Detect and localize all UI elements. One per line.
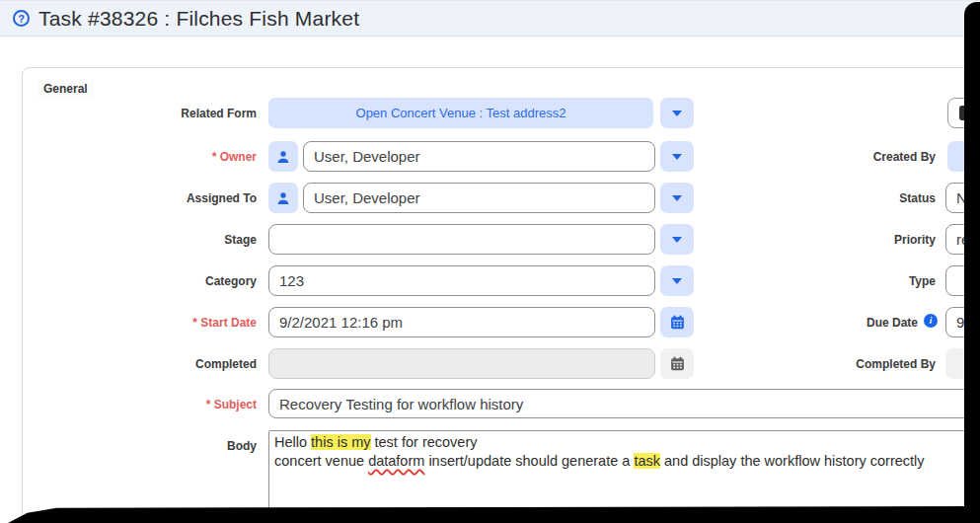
- chevron-down-icon: [672, 195, 682, 201]
- subject-input[interactable]: [268, 389, 972, 418]
- calendar-icon: [669, 355, 686, 372]
- owner-input[interactable]: [303, 141, 655, 172]
- completed-label: Completed: [59, 357, 257, 371]
- status-label: Status: [807, 191, 936, 205]
- related-form-dropdown-button[interactable]: [660, 98, 694, 128]
- assigned-to-dropdown-button[interactable]: [660, 183, 694, 213]
- info-icon[interactable]: i: [924, 314, 938, 328]
- subject-label: * Subject: [59, 398, 257, 411]
- stage-input[interactable]: [268, 224, 655, 255]
- calendar-icon: [669, 314, 686, 331]
- completed-calendar-button[interactable]: [660, 348, 694, 379]
- required-marker: *: [206, 398, 211, 411]
- highlighted-text: this is my: [311, 434, 370, 450]
- completed-input: [268, 348, 655, 379]
- chevron-down-icon: [672, 278, 682, 284]
- owner-label-text: Owner: [220, 150, 257, 164]
- stage-dropdown-button[interactable]: [660, 224, 694, 255]
- required-marker: *: [212, 150, 217, 164]
- screenshot-border-right: [964, 2, 980, 523]
- start-date-calendar-button[interactable]: [660, 307, 694, 337]
- assigned-to-input[interactable]: [303, 183, 655, 213]
- priority-label: Priority: [807, 233, 936, 247]
- owner-person-button[interactable]: [268, 141, 298, 172]
- stage-label: Stage: [59, 233, 257, 247]
- due-date-label: Due Date: [790, 316, 918, 330]
- owner-label: * Owner: [59, 150, 257, 164]
- chevron-down-icon: [672, 154, 682, 160]
- general-section-legend: General: [38, 80, 94, 98]
- start-date-label-text: Start Date: [200, 316, 257, 330]
- category-label: Category: [59, 274, 257, 288]
- assigned-to-person-button[interactable]: [268, 183, 298, 213]
- screenshot-border-bottom: [8, 506, 980, 523]
- highlighted-text: task: [634, 453, 660, 469]
- body-line-2: concert venue dataform insert/update sho…: [274, 452, 966, 471]
- help-icon[interactable]: ?: [13, 10, 30, 27]
- created-by-label: Created By: [807, 150, 936, 164]
- category-input[interactable]: [268, 265, 655, 296]
- chevron-down-icon: [672, 237, 682, 243]
- chevron-down-icon: [672, 111, 682, 116]
- category-dropdown-button[interactable]: [660, 265, 694, 296]
- subject-label-text: Subject: [214, 398, 257, 411]
- body-label: Body: [59, 439, 257, 453]
- person-icon: [275, 149, 291, 165]
- start-date-label: * Start Date: [59, 316, 257, 330]
- assigned-to-label: Assigned To: [59, 191, 257, 205]
- title-bar: ? Task #38326 : Filches Fish Market: [0, 0, 980, 37]
- related-form-label: Related Form: [59, 107, 257, 120]
- start-date-input[interactable]: [268, 307, 655, 337]
- related-form-link-button[interactable]: Open Concert Venue : Test address2: [268, 98, 653, 128]
- type-label: Type: [807, 274, 936, 288]
- body-line-1: Hello this is my test for recovery: [274, 433, 966, 452]
- page-title: Task #38326 : Filches Fish Market: [38, 7, 359, 31]
- owner-dropdown-button[interactable]: [660, 141, 694, 172]
- misspelled-word: dataform: [368, 453, 424, 469]
- person-icon: [275, 190, 291, 206]
- required-marker: *: [192, 316, 197, 330]
- completed-by-label: Completed By: [807, 357, 936, 371]
